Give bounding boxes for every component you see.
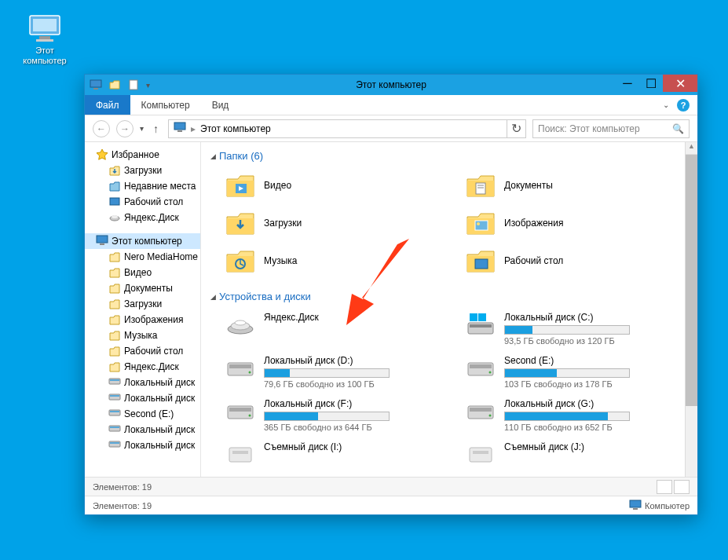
svg-point-30: [477, 222, 480, 225]
qat-dropdown[interactable]: ▾: [146, 81, 150, 90]
item-count: Элементов: 19: [93, 482, 152, 492]
tree-item[interactable]: Локальный диск: [85, 390, 200, 406]
section-folders[interactable]: ◢Папки (6): [209, 147, 690, 168]
close-button[interactable]: ✕: [663, 75, 697, 92]
titlebar[interactable]: ▾ Этот компьютер ─ ☐ ✕: [85, 75, 697, 95]
refresh-button[interactable]: ↻: [507, 119, 526, 138]
tree-favorites[interactable]: Избранное: [85, 147, 200, 163]
tree-item[interactable]: Видео: [85, 265, 200, 280]
folder-item[interactable]: Документы: [462, 168, 690, 203]
item-icon: [108, 298, 121, 310]
back-button[interactable]: ←: [93, 120, 110, 137]
svg-rect-54: [470, 448, 492, 462]
svg-rect-3: [36, 39, 53, 42]
tree-item[interactable]: Изображения: [85, 312, 200, 328]
svg-rect-44: [470, 364, 492, 368]
tree-item[interactable]: Локальный диск: [85, 375, 200, 390]
svg-rect-2: [39, 36, 50, 39]
drive-item[interactable]: Съемный диск (J:): [462, 438, 690, 470]
computer-icon: [629, 500, 642, 512]
drive-icon: [225, 398, 256, 423]
status-location: Компьютер: [645, 501, 690, 511]
item-count-outer: Элементов: 19: [93, 501, 152, 511]
drive-free-text: 103 ГБ свободно из 178 ГБ: [504, 379, 686, 389]
item-icon: [108, 392, 121, 404]
tree-item[interactable]: Локальный диск: [85, 437, 200, 453]
drive-free-text: 79,6 ГБ свободно из 100 ГБ: [264, 379, 446, 389]
folder-item[interactable]: Музыка: [221, 243, 449, 278]
svg-rect-53: [232, 451, 248, 454]
view-icons-button[interactable]: [674, 480, 690, 494]
item-icon: [108, 329, 121, 342]
drive-item[interactable]: Second (E:) 103 ГБ свободно из 178 ГБ: [462, 352, 690, 392]
breadcrumb-segment[interactable]: Этот компьютер: [200, 123, 271, 134]
svg-rect-15: [110, 379, 119, 381]
desktop-icon-this-pc[interactable]: Этот компьютер: [17, 14, 72, 66]
svg-rect-6: [130, 80, 137, 90]
drive-name: Яндекс.Диск: [264, 312, 446, 323]
forward-button[interactable]: →: [116, 120, 134, 137]
minimize-button[interactable]: ─: [616, 75, 639, 92]
tree-item[interactable]: Загрузки: [85, 296, 200, 312]
drive-name: Second (E:): [504, 355, 686, 366]
navigation-pane[interactable]: Избранное ЗагрузкиНедавние местаРабочий …: [85, 142, 201, 477]
history-dropdown[interactable]: ▾: [140, 124, 144, 133]
star-icon: [96, 148, 108, 161]
tree-item[interactable]: Локальный диск: [85, 422, 200, 437]
content-pane[interactable]: ◢Папки (6) Видео Документы Загрузки Изоб…: [201, 142, 697, 477]
drive-usage-bar: [264, 412, 390, 421]
svg-rect-50: [470, 408, 492, 412]
tree-item[interactable]: Недавние места: [85, 178, 200, 194]
svg-point-45: [489, 372, 492, 374]
svg-rect-19: [110, 411, 119, 412]
drive-icon: [225, 355, 256, 380]
ribbon-tab-computer[interactable]: Компьютер: [130, 95, 201, 115]
drive-icon: [465, 441, 496, 467]
breadcrumb[interactable]: ▸ Этот компьютер: [168, 119, 507, 138]
folder-item[interactable]: Загрузки: [221, 206, 449, 240]
properties-icon[interactable]: [127, 79, 140, 91]
tree-this-pc[interactable]: Этот компьютер: [85, 233, 200, 249]
view-details-button[interactable]: [657, 480, 672, 494]
search-icon: 🔍: [672, 123, 684, 134]
tree-item[interactable]: Музыка: [85, 328, 200, 343]
folder-item[interactable]: Рабочий стол: [462, 243, 690, 278]
ribbon-tab-view[interactable]: Вид: [201, 95, 240, 115]
drive-item[interactable]: Локальный диск (C:) 93,5 ГБ свободно из …: [462, 309, 690, 349]
explorer-window: ▾ Этот компьютер ─ ☐ ✕ Файл Компьютер Ви…: [84, 74, 698, 515]
folder-icon: [225, 247, 256, 275]
item-icon: [108, 361, 121, 373]
ribbon-expand[interactable]: ⌄: [663, 101, 669, 109]
drive-item[interactable]: Локальный диск (D:) 79,6 ГБ свободно из …: [221, 352, 449, 392]
tree-item[interactable]: Рабочий стол: [85, 194, 200, 210]
drive-item[interactable]: Съемный диск (I:): [221, 438, 449, 470]
tree-item[interactable]: Яндекс.Диск: [85, 359, 200, 375]
tree-item[interactable]: Загрузки: [85, 163, 200, 178]
tree-item[interactable]: Яндекс.Диск: [85, 210, 200, 225]
svg-point-35: [235, 320, 246, 325]
maximize-button[interactable]: ☐: [639, 75, 663, 92]
desktop-icon-label: Этот компьютер: [17, 46, 72, 66]
tree-item[interactable]: Second (E:): [85, 406, 200, 422]
item-icon: [108, 423, 121, 436]
svg-rect-12: [97, 236, 108, 243]
drive-item[interactable]: Локальный диск (F:) 365 ГБ свободно из 6…: [221, 395, 449, 435]
folder-label: Музыка: [264, 255, 297, 266]
search-input[interactable]: Поиск: Этот компьютер 🔍: [532, 119, 690, 138]
drive-item[interactable]: Локальный диск (G:) 110 ГБ свободно из 6…: [462, 395, 690, 435]
folder-label: Документы: [504, 180, 553, 191]
ribbon-tab-file[interactable]: Файл: [85, 95, 130, 115]
folder-item[interactable]: Изображения: [462, 206, 690, 240]
section-devices[interactable]: ◢Устройства и диски: [209, 287, 690, 309]
new-folder-icon[interactable]: [108, 79, 121, 91]
folder-item[interactable]: Видео: [221, 168, 449, 203]
svg-rect-5: [93, 88, 98, 90]
drive-item[interactable]: Яндекс.Диск: [221, 309, 449, 349]
tree-item[interactable]: Рабочий стол: [85, 343, 200, 359]
vertical-scrollbar[interactable]: ▲: [685, 142, 697, 477]
tree-item[interactable]: Nero MediaHome: [85, 249, 200, 265]
svg-rect-7: [174, 123, 185, 130]
tree-item[interactable]: Документы: [85, 280, 200, 296]
up-button[interactable]: ↑: [150, 123, 162, 135]
help-icon[interactable]: ?: [677, 99, 690, 112]
